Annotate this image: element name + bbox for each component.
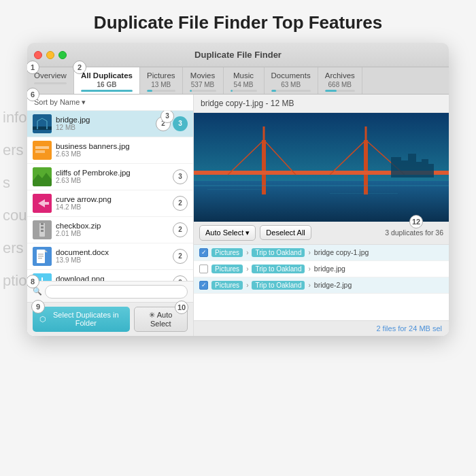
- dup-filename: bridge.jpg: [314, 265, 345, 273]
- tab-movies[interactable]: Movies 537 MB: [183, 67, 224, 94]
- file-icon-zip: [33, 220, 52, 239]
- tab-documents[interactable]: Documents 63 MB: [265, 67, 318, 94]
- dup-checkbox-0[interactable]: [199, 248, 208, 257]
- action-bar: 12 Auto Select ▾ Deselect All 3 duplicat…: [194, 222, 449, 245]
- svg-rect-46: [194, 185, 449, 186]
- preview-image: [194, 113, 449, 222]
- file-size: 2.63 MB: [56, 177, 169, 184]
- minimize-button[interactable]: [46, 51, 54, 59]
- badge-12: 12: [409, 215, 423, 228]
- file-item-download[interactable]: download.png 14.7 MB 2: [27, 270, 193, 281]
- dup-badge: 2: [173, 249, 188, 264]
- action-status: 3 duplicates for 36: [385, 228, 443, 237]
- file-name: document.docx: [56, 248, 169, 256]
- svg-rect-21: [38, 256, 44, 257]
- chevron-icon-2: ›: [308, 249, 310, 256]
- svg-rect-43: [416, 162, 422, 177]
- svg-rect-3: [46, 121, 48, 129]
- close-button[interactable]: [34, 51, 42, 59]
- file-info-zip: checkbox.zip 2.01 MB: [56, 222, 169, 237]
- dup-badge: 2: [173, 275, 188, 281]
- file-item-doc[interactable]: document.docx 13.9 MB 2: [27, 243, 193, 270]
- deselect-all-button[interactable]: Deselect All: [260, 225, 311, 240]
- file-name: checkbox.zip: [56, 222, 169, 230]
- auto-button-label: ✳ Auto Select: [141, 311, 180, 328]
- file-size: 12 MB: [56, 124, 152, 131]
- dup-checkbox-1[interactable]: [199, 265, 208, 273]
- deselect-label: Deselect All: [266, 228, 305, 237]
- preview-filename: bridge copy-1.jpg: [201, 99, 263, 108]
- window-title: Duplicate File Finder: [194, 50, 282, 60]
- dup-row-1[interactable]: Pictures › Trip to Oakland › bridge.jpg: [194, 261, 449, 277]
- search-icon: 🔍: [33, 287, 42, 296]
- preview-size-sep: -: [265, 99, 270, 108]
- svg-rect-30: [194, 181, 449, 222]
- select-duplicates-button[interactable]: 9 ⬡ Select Duplicates in Folder: [33, 307, 130, 332]
- file-size: 14.2 MB: [56, 203, 169, 211]
- file-item-arrow[interactable]: curve arrow.png 14.2 MB 2: [27, 190, 193, 217]
- file-icon-banners: [33, 141, 52, 160]
- file-name: cliffs of Pembroke.jpg: [56, 169, 169, 177]
- file-size: 2.63 MB: [56, 150, 188, 158]
- dup-list: Pictures › Trip to Oakland › bridge copy…: [194, 245, 449, 320]
- svg-rect-2: [37, 121, 38, 129]
- search-input[interactable]: [45, 285, 188, 299]
- dup-badge: 2: [173, 222, 188, 237]
- badge-10: 10: [175, 301, 188, 314]
- badge-8: 8: [27, 275, 39, 288]
- subfolder-chip: Trip to Oakland: [252, 265, 305, 273]
- preview-header: bridge copy-1.jpg - 12 MB: [194, 95, 449, 113]
- auto-select-label: Auto Select ▾: [205, 228, 250, 237]
- chevron-icon: ›: [246, 282, 248, 289]
- file-item-banners[interactable]: business banners.jpg 2.63 MB: [27, 137, 193, 164]
- svg-rect-14: [41, 223, 44, 225]
- dup-row-0[interactable]: Pictures › Trip to Oakland › bridge copy…: [194, 245, 449, 261]
- dup-filename: bridge copy-1.jpg: [314, 248, 369, 256]
- file-info-doc: document.docx 13.9 MB: [56, 248, 169, 264]
- file-item-bridge[interactable]: 3 bridge.jpg 12 MB 2 3: [27, 111, 193, 137]
- tab-pictures[interactable]: Pictures 13 MB: [140, 67, 183, 94]
- file-item-zip[interactable]: checkbox.zip 2.01 MB 2: [27, 217, 193, 243]
- svg-rect-40: [391, 157, 401, 177]
- svg-rect-1: [33, 126, 52, 130]
- folder-chip: Pictures: [211, 248, 243, 257]
- subfolder-chip: Trip to Oakland: [252, 248, 305, 257]
- dup-row-2[interactable]: Pictures › Trip to Oakland › bridge-2.jp…: [194, 277, 449, 294]
- right-panel: bridge copy-1.jpg - 12 MB: [194, 95, 449, 336]
- chevron-icon-2: ›: [308, 265, 310, 273]
- svg-rect-44: [422, 159, 428, 177]
- file-list: 3 bridge.jpg 12 MB 2 3: [27, 111, 193, 281]
- file-name: bridge.jpg: [56, 116, 152, 124]
- sort-bar[interactable]: 6 Sort by Name ▾: [27, 95, 193, 111]
- select-button-label: Select Duplicates in Folder: [49, 311, 123, 327]
- auto-select-button[interactable]: 10 ✳ Auto Select: [134, 307, 188, 332]
- maximize-button[interactable]: [58, 51, 67, 59]
- chevron-icon: ›: [246, 265, 248, 273]
- badge-9: 9: [31, 300, 45, 313]
- svg-rect-41: [401, 160, 408, 177]
- chevron-icon: ›: [246, 249, 248, 256]
- main-content: 6 Sort by Name ▾ 3 bridge.jpg 12 MB 2: [27, 95, 449, 336]
- svg-rect-45: [428, 164, 434, 177]
- file-icon-cliffs: [33, 167, 52, 186]
- svg-rect-8: [35, 150, 45, 153]
- bottom-bar: 9 ⬡ Select Duplicates in Folder 10 ✳ Aut…: [27, 302, 193, 336]
- file-info-banners: business banners.jpg 2.63 MB: [56, 142, 188, 158]
- file-item-cliffs[interactable]: cliffs of Pembroke.jpg 2.63 MB 3: [27, 164, 193, 190]
- svg-rect-22: [38, 258, 42, 259]
- dup-badge-3: 3: [173, 116, 188, 131]
- chevron-icon-2: ›: [308, 282, 310, 289]
- folder-chip: Pictures: [211, 281, 243, 290]
- tab-bar: 1 Overview 2 All Duplicates 16 GB Pictur…: [27, 67, 449, 95]
- tab-music[interactable]: Music 54 MB: [224, 67, 265, 94]
- auto-select-dropdown[interactable]: Auto Select ▾: [199, 225, 256, 241]
- bottom-status-text: 2 files for 24 MB sel: [376, 324, 442, 333]
- svg-rect-15: [41, 226, 44, 228]
- svg-rect-48: [330, 193, 398, 194]
- file-size: 13.9 MB: [56, 256, 169, 264]
- file-icon-doc: [33, 247, 52, 266]
- tab-archives[interactable]: Archives 668 MB: [318, 67, 362, 94]
- dup-checkbox-2[interactable]: [199, 281, 208, 290]
- page-title: Duplicate File Finder Top Features: [94, 12, 382, 33]
- dup-filename: bridge-2.jpg: [314, 281, 352, 289]
